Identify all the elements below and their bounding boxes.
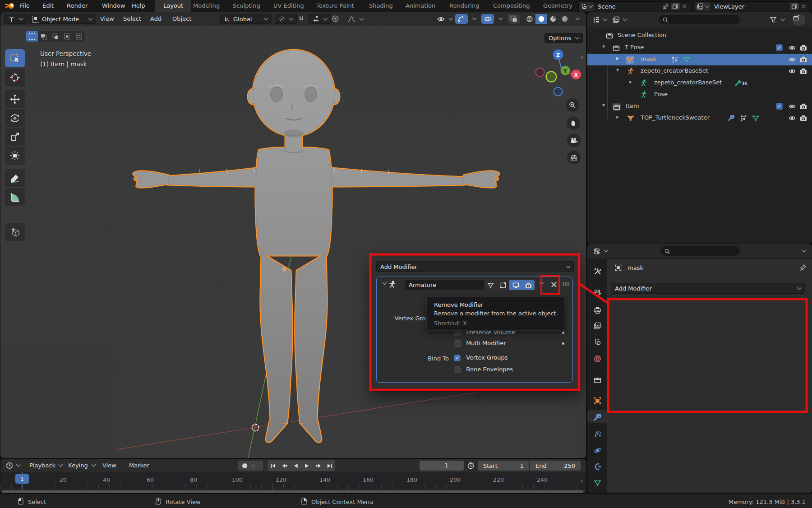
workspace-tab-texture-paint[interactable]: Texture Paint: [316, 0, 354, 12]
new-collection-button[interactable]: [793, 14, 805, 25]
menu-help[interactable]: Help: [132, 0, 145, 12]
outliner-row-mask[interactable]: ▶ mask: [587, 54, 812, 65]
show-gizmo-toggle[interactable]: [455, 14, 468, 24]
jump-to-end-button[interactable]: [324, 460, 335, 471]
workspace-tab-sculpting[interactable]: Sculpting: [233, 0, 260, 12]
gizmo-dropdown-icon[interactable]: [472, 16, 477, 20]
frame-start-field[interactable]: Start 1: [478, 461, 529, 471]
viewport-3d[interactable]: Object Mode View Select Add Object Globa…: [0, 12, 586, 458]
vertex-groups-checkbox[interactable]: ✓: [454, 355, 461, 361]
properties-search[interactable]: [660, 246, 740, 256]
tab-render[interactable]: [587, 286, 607, 299]
chevron-down-icon[interactable]: [781, 17, 785, 21]
pin-icon[interactable]: [662, 3, 669, 10]
menu-object[interactable]: Object: [172, 12, 191, 26]
tab-tool[interactable]: [587, 264, 607, 278]
camera-render-icon[interactable]: [800, 56, 807, 63]
timeline-scrollbar[interactable]: [0, 490, 586, 493]
scene-canvas[interactable]: [0, 26, 586, 458]
filter-funnel-icon[interactable]: [770, 16, 777, 23]
scene-datablock-icon[interactable]: [579, 2, 594, 11]
tab-particles[interactable]: [587, 427, 607, 441]
stopwatch-icon[interactable]: [467, 462, 475, 469]
tab-modifiers[interactable]: [587, 411, 607, 424]
shading-solid-icon[interactable]: [535, 14, 547, 24]
menu-marker[interactable]: Marker: [129, 459, 149, 472]
disclosure-icon[interactable]: ▼: [616, 68, 619, 72]
chevron-down-icon[interactable]: [603, 17, 608, 21]
workspace-tab-rendering[interactable]: Rendering: [449, 0, 479, 12]
remove-modifier-button[interactable]: ×: [547, 278, 561, 291]
disclosure-icon[interactable]: ▶: [616, 56, 619, 60]
transform-orientation[interactable]: Global: [220, 14, 272, 24]
tab-collection[interactable]: [587, 373, 607, 387]
record-icon[interactable]: [242, 463, 247, 468]
menu-view[interactable]: View: [100, 12, 114, 26]
outliner-row-t-pose[interactable]: ▼ T Pose ✓: [587, 42, 812, 54]
tab-view-layer[interactable]: [587, 319, 607, 333]
tab-scene[interactable]: [587, 335, 607, 348]
tab-object-data[interactable]: [587, 476, 607, 490]
options-button[interactable]: Options: [544, 33, 583, 43]
workspace-tab-compositing[interactable]: Compositing: [493, 0, 530, 12]
panel-expand-icon[interactable]: [383, 281, 387, 285]
frame-end-field[interactable]: End 250: [530, 461, 581, 471]
collection-checkbox[interactable]: ✓: [776, 103, 783, 110]
viewlayer-icon[interactable]: [695, 2, 710, 11]
tab-physics[interactable]: [587, 443, 607, 457]
eye-icon[interactable]: [789, 44, 796, 51]
menu-edit[interactable]: Edit: [42, 0, 54, 12]
workspace-tab-modeling[interactable]: Modeling: [193, 0, 220, 12]
outliner-editor-type-icon[interactable]: [593, 16, 600, 23]
outliner-row-armature-data[interactable]: ▶ zepeto_creatorBaseSet 36: [587, 77, 812, 89]
timeline-collapse-icon[interactable]: ‹: [581, 477, 583, 485]
workspace-tab-layout[interactable]: Layout: [155, 0, 191, 12]
scene-name[interactable]: Scene: [594, 3, 662, 10]
menu-view[interactable]: View: [102, 459, 116, 472]
pan-hand-button[interactable]: [567, 116, 580, 130]
outliner-row-item[interactable]: ▼ Item ✓: [587, 101, 812, 112]
show-overlays-toggle[interactable]: [481, 14, 494, 24]
current-frame-field[interactable]: 1: [420, 461, 464, 471]
snap-magnet-icon[interactable]: [298, 15, 305, 23]
shading-dropdown-icon[interactable]: [576, 16, 580, 20]
navigation-gizmo[interactable]: Z Y X: [532, 42, 586, 110]
camera-view-button[interactable]: [567, 134, 581, 147]
chevron-down-icon[interactable]: [251, 462, 256, 467]
menu-add[interactable]: Add: [150, 12, 161, 26]
scene-selector[interactable]: Scene ×: [578, 1, 690, 11]
play-reverse-button[interactable]: [290, 460, 301, 471]
prev-keyframe-button[interactable]: [279, 460, 290, 471]
shading-wireframe-icon[interactable]: [524, 14, 535, 24]
pin-icon[interactable]: [799, 264, 807, 271]
eye-icon[interactable]: [789, 115, 796, 122]
disclosure-icon[interactable]: ▼: [602, 103, 605, 107]
timeline-editor-type-icon[interactable]: [6, 462, 13, 469]
pivot-point-button[interactable]: [275, 14, 297, 24]
xray-toggle[interactable]: [508, 14, 520, 24]
viewlayer-name[interactable]: ViewLayer: [710, 3, 790, 10]
mesh-data-icon[interactable]: [752, 115, 759, 122]
tab-constraints[interactable]: [587, 460, 607, 473]
modifier-extras-chevron[interactable]: [540, 281, 544, 285]
shading-rendered-icon[interactable]: [559, 14, 571, 24]
display-render-toggle[interactable]: [522, 280, 535, 290]
modifier-data-icon[interactable]: [740, 115, 747, 122]
wrench-icon[interactable]: [728, 115, 734, 121]
tab-world[interactable]: [587, 352, 607, 365]
modifier-name-field[interactable]: Armature: [405, 280, 490, 290]
scrollbar-handle[interactable]: [2, 490, 583, 493]
display-mode-icon[interactable]: [613, 16, 620, 23]
proportional-edit-icon[interactable]: [332, 15, 339, 23]
properties-options-chevron[interactable]: [802, 248, 807, 253]
new-scene-icon[interactable]: [671, 3, 680, 10]
next-keyframe-button[interactable]: [313, 460, 324, 471]
display-editmode-toggle[interactable]: [484, 280, 497, 290]
modifier-data-icon[interactable]: [671, 56, 678, 63]
snap-settings-button[interactable]: [309, 14, 331, 24]
menu-file[interactable]: File: [20, 0, 30, 12]
tab-object[interactable]: [587, 394, 607, 407]
display-realtime-toggle[interactable]: [509, 280, 522, 290]
mode-selector[interactable]: Object Mode: [28, 14, 96, 24]
proportional-falloff-button[interactable]: [343, 14, 367, 24]
